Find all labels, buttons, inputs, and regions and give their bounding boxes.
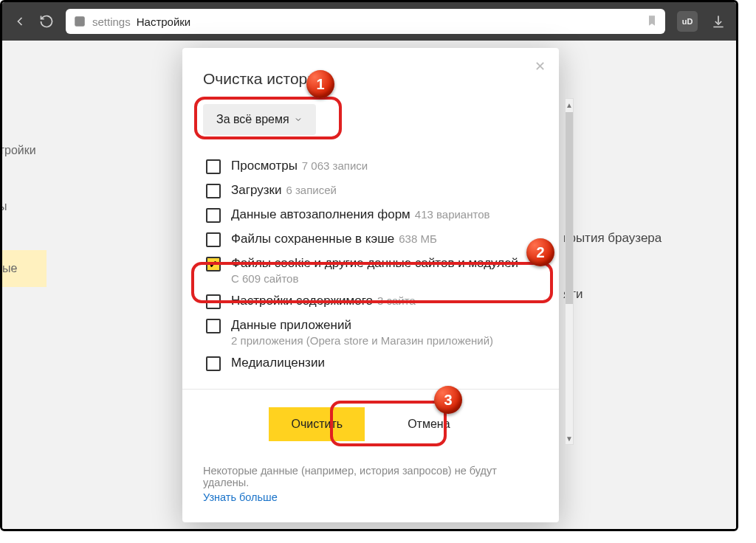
scroll-down-icon[interactable]: ▼ bbox=[566, 432, 573, 444]
bg-text: крытия браузера bbox=[563, 231, 662, 246]
callout-bubble-1: 1 bbox=[306, 70, 334, 98]
cancel-button[interactable]: Отмена bbox=[385, 407, 472, 441]
back-button[interactable] bbox=[13, 14, 27, 29]
dialog-title: Очистка истории bbox=[203, 70, 538, 88]
svg-rect-0 bbox=[75, 16, 85, 27]
option-cookies[interactable]: Файлы cookie и другие данные сайтов и мо… bbox=[203, 252, 538, 289]
scroll-thumb[interactable] bbox=[566, 112, 573, 304]
checkbox[interactable] bbox=[206, 319, 221, 333]
sidebar-item[interactable]: енты bbox=[0, 193, 47, 221]
dialog-scrollbar[interactable]: ▲ ▼ bbox=[565, 98, 574, 445]
option-autofill[interactable]: Данные автозаполнения форм413 вариантов bbox=[203, 203, 538, 227]
checkbox-checked[interactable] bbox=[206, 257, 221, 272]
time-range-select[interactable]: За всё время bbox=[203, 104, 316, 135]
option-media-licenses[interactable]: Медиалицензии bbox=[203, 351, 538, 376]
learn-more-link[interactable]: Узнать больше bbox=[203, 491, 538, 503]
checkbox[interactable] bbox=[206, 159, 221, 174]
url-title: Настройки bbox=[137, 15, 191, 28]
chevron-down-icon bbox=[294, 115, 303, 124]
time-range-value: За всё время bbox=[216, 113, 289, 126]
clear-button[interactable]: Очистить bbox=[269, 407, 365, 441]
reload-button[interactable] bbox=[39, 14, 54, 29]
sidebar-item-active[interactable]: ые bbox=[0, 250, 47, 287]
browser-toolbar: settings Настройки uD bbox=[2, 2, 736, 41]
extension-shield[interactable]: uD bbox=[677, 11, 698, 32]
clear-options-list: Просмотры7 063 записи Загрузки6 записей … bbox=[203, 154, 538, 383]
option-app-data[interactable]: Данные приложений 2 приложения (Opera st… bbox=[203, 314, 538, 351]
scroll-up-icon[interactable]: ▲ bbox=[566, 99, 573, 111]
address-bar[interactable]: settings Настройки bbox=[66, 9, 665, 34]
checkbox[interactable] bbox=[206, 294, 221, 309]
dialog-footer: Очистить Отмена bbox=[182, 389, 559, 456]
sidebar-item[interactable]: ейс bbox=[0, 165, 47, 193]
sidebar-fragment: настройки ейс енты ые bbox=[0, 136, 47, 287]
option-content-settings[interactable]: Настройки содержимого3 сайта bbox=[203, 289, 538, 314]
page-icon bbox=[73, 15, 86, 28]
option-downloads[interactable]: Загрузки6 записей bbox=[203, 179, 538, 203]
checkbox[interactable] bbox=[206, 232, 221, 247]
close-icon[interactable]: ✕ bbox=[535, 58, 546, 75]
downloads-button[interactable] bbox=[711, 14, 726, 29]
clear-history-dialog: ▲ ▼ ✕ Очистка истории За всё время Просм… bbox=[182, 48, 559, 522]
sidebar-item[interactable]: настройки bbox=[0, 136, 47, 165]
callout-bubble-2: 2 bbox=[526, 238, 554, 266]
checkbox[interactable] bbox=[206, 208, 221, 223]
app-frame: settings Настройки uD настройки ейс енты… bbox=[0, 0, 738, 531]
bookmark-icon[interactable] bbox=[646, 13, 658, 30]
dialog-note: Некоторые данные (например, история запр… bbox=[182, 456, 559, 522]
callout-bubble-3: 3 bbox=[434, 386, 462, 414]
url-protocol: settings bbox=[92, 15, 131, 28]
option-cache[interactable]: Файлы сохраненные в кэше638 МБ bbox=[203, 227, 538, 252]
checkbox[interactable] bbox=[206, 356, 221, 371]
option-views[interactable]: Просмотры7 063 записи bbox=[203, 154, 538, 179]
checkbox[interactable] bbox=[206, 184, 221, 198]
